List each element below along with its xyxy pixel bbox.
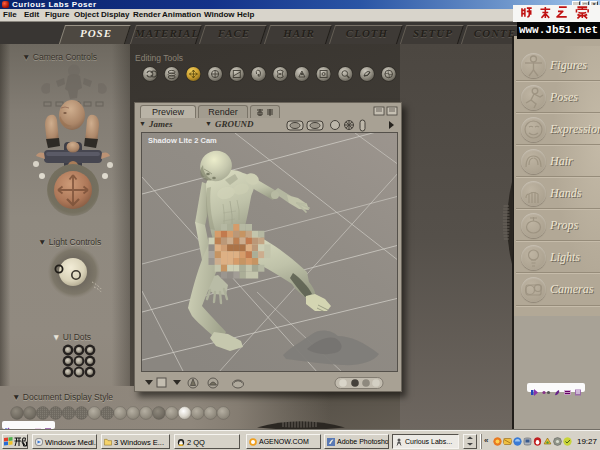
svg-text:Shadow Lite 2 Cam: Shadow Lite 2 Cam — [148, 136, 217, 145]
